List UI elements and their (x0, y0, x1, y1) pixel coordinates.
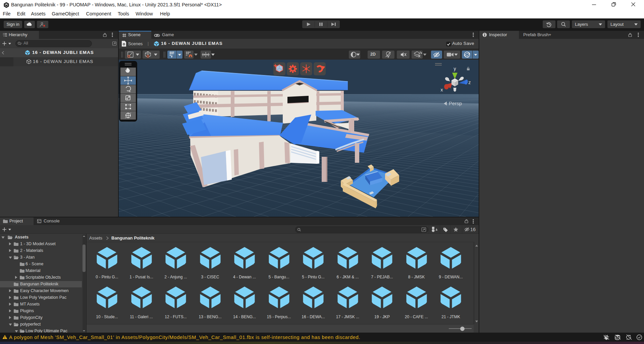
svg-text:y: y (454, 66, 456, 71)
svg-text:z: z (469, 80, 471, 85)
svg-text:x: x (441, 87, 443, 92)
svg-text:Persp: Persp (449, 100, 462, 106)
svg-text:Y: Y (171, 55, 173, 58)
